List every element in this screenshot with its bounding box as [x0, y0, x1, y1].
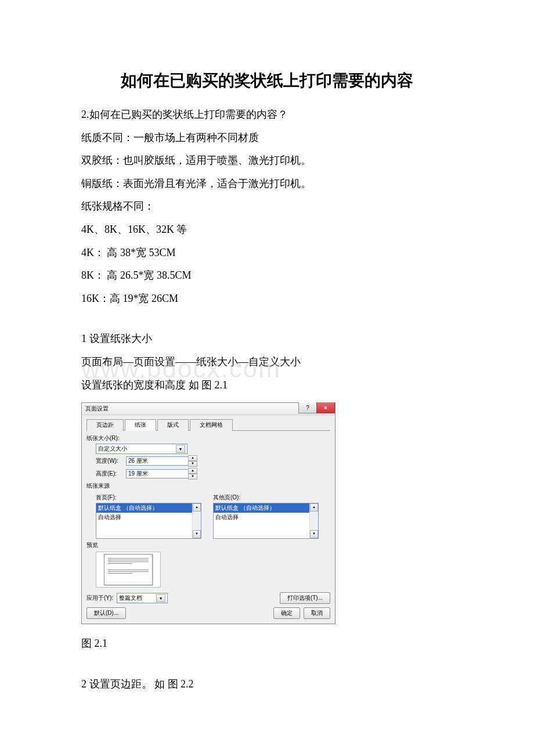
step-heading: 1 设置纸张大小 [81, 327, 453, 351]
figure-caption: 图 2.1 [81, 632, 453, 656]
tab-margin[interactable]: 页边距 [86, 419, 124, 431]
spinner-down[interactable]: ▼ [188, 474, 197, 480]
close-button[interactable]: × [316, 402, 335, 413]
step-text: 设置纸张的宽度和高度 如 图 2.1 [81, 374, 453, 397]
paragraph: 8K： 高 26.5*宽 38.5CM [81, 264, 453, 287]
paragraph: 4K： 高 38*宽 53CM [81, 242, 453, 265]
paragraph: 铜版纸：表面光滑且有光泽，适合于激光打印机。 [81, 172, 453, 196]
spinner-down[interactable]: ▼ [188, 461, 197, 467]
paragraph: 双胶纸：也叫胶版纸，适用于喷墨、激光打印机。 [81, 149, 453, 172]
paper-size-value: 自定义大小 [98, 445, 127, 453]
preview-label: 预览 [86, 541, 330, 549]
height-label: 高度(E): [96, 470, 126, 478]
print-options-button[interactable]: 打印选项(T)... [280, 592, 330, 604]
preview-page-icon [104, 554, 153, 585]
list-item[interactable]: 默认纸盒 （自动选择） [96, 503, 201, 513]
first-page-listbox[interactable]: 默认纸盒 （自动选择） 自动选择 ▲ ▼ [96, 503, 201, 539]
help-button[interactable]: ? [298, 402, 317, 413]
spinner-up[interactable]: ▲ [188, 468, 197, 474]
height-input[interactable]: 19 厘米 [126, 469, 189, 478]
dialog-title: 页面设置 [84, 405, 109, 413]
list-item[interactable]: 自动选择 [96, 513, 201, 522]
paper-source-label: 纸张来源 [86, 482, 330, 490]
apply-label: 应用于(Y): [86, 594, 113, 602]
scroll-down-icon[interactable]: ▼ [310, 530, 318, 538]
scroll-up-icon[interactable]: ▲ [310, 503, 318, 512]
other-page-label: 其他页(O): [213, 494, 319, 502]
width-label: 宽度(W): [96, 457, 126, 465]
first-page-label: 首页(F): [96, 494, 201, 502]
paragraph: 纸张规格不同： [81, 195, 453, 218]
list-item[interactable]: 自动选择 [214, 513, 318, 522]
width-input[interactable]: 26 厘米 [126, 456, 189, 466]
paragraph: 纸质不同：一般市场上有两种不同材质 [81, 127, 453, 150]
scroll-down-icon[interactable]: ▼ [193, 530, 201, 538]
question-line: 2.如何在已购买的奖状纸上打印需要的内容？ [81, 103, 453, 127]
dialog-titlebar: 页面设置 ? × [82, 403, 335, 415]
paragraph: 4K、8K、16K、32K 等 [81, 218, 453, 242]
list-item[interactable]: 默认纸盒 （自动选择） [214, 503, 318, 513]
step-text: 页面布局—页面设置——纸张大小—自定义大小 [81, 351, 453, 374]
scrollbar[interactable]: ▲ ▼ [192, 503, 201, 538]
paper-size-label: 纸张大小(R): [86, 434, 330, 442]
paper-size-combo[interactable]: 自定义大小 ▼ [96, 444, 187, 454]
apply-value: 整篇文档 [119, 594, 142, 602]
page-setup-dialog: 页面设置 ? × 页边距 纸张 版式 文档网格 纸张大小(R): 自定义大小 ▼ [81, 402, 335, 624]
step-heading: 2 设置页边距。 如 图 2.2 [81, 673, 453, 696]
paragraph: 16K：高 19*宽 26CM [81, 287, 453, 311]
ok-button[interactable]: 确定 [273, 607, 300, 619]
chevron-down-icon: ▼ [176, 445, 185, 453]
scroll-up-icon[interactable]: ▲ [193, 503, 201, 512]
spinner-up[interactable]: ▲ [188, 455, 197, 461]
default-button[interactable]: 默认(D)... [86, 607, 126, 619]
cancel-button[interactable]: 取消 [304, 607, 330, 619]
tab-layout[interactable]: 版式 [157, 419, 189, 431]
other-page-listbox[interactable]: 默认纸盒 （自动选择） 自动选择 ▲ ▼ [213, 503, 319, 539]
tab-paper[interactable]: 纸张 [125, 419, 156, 431]
chevron-down-icon: ▼ [156, 594, 165, 602]
preview-area [96, 552, 161, 588]
document-body: 2.如何在已购买的奖状纸上打印需要的内容？ 纸质不同：一般市场上有两种不同材质 … [81, 103, 453, 397]
scrollbar[interactable]: ▲ ▼ [309, 503, 318, 538]
apply-combo[interactable]: 整篇文档 ▼ [117, 593, 168, 603]
tab-strip: 页边距 纸张 版式 文档网格 [86, 419, 330, 431]
page-title: 如何在已购买的奖状纸上打印需要的内容 [81, 70, 453, 92]
tab-grid[interactable]: 文档网格 [190, 419, 233, 431]
